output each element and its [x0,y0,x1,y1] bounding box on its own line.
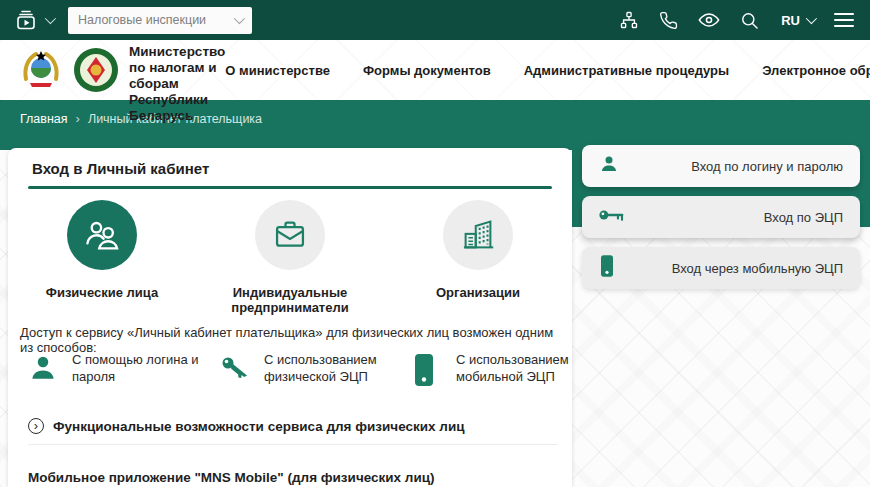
method-login-password: С помощью логина и пароля [28,351,218,391]
state-emblem [18,47,64,93]
phone-icon[interactable] [659,11,678,30]
tab-entrepreneurs[interactable]: Индивидуальные предприниматели [196,200,384,315]
login-digital-signature-button[interactable]: Вход по ЭЦП [582,196,860,238]
tab-organizations[interactable]: Организации [384,200,572,315]
inspections-dropdown-label: Налоговые инспекции [78,13,234,27]
tab-label: Организации [436,285,520,300]
chevron-down-icon [234,13,245,24]
login-mobile-signature-button[interactable]: Вход через мобильную ЭЦП [582,247,860,289]
login-button-label: Вход по логину и паролю [691,159,843,174]
page-title: Вход в Личный кабинет [32,160,209,177]
mobile-icon [599,254,615,282]
login-card: Вход в Личный кабинет Физические лица [8,148,572,487]
search-icon[interactable] [740,11,759,30]
video-archive-icon [14,8,38,32]
nav-admin-procedures[interactable]: Административные процедуры [524,63,729,78]
key-icon [220,351,264,391]
key-icon [599,207,625,227]
page: Налоговые инспекции [0,0,870,487]
person-icon [599,154,619,178]
tab-label: Физические лица [46,285,158,300]
language-label: RU [781,13,800,28]
login-button-label: Вход через мобильную ЭЦП [672,261,843,276]
method-label: С использованием физической ЭЦП [264,351,410,391]
ministry-name-line2: Республики Беларусь [129,92,225,124]
site-header: Официальный сайт Министерство по налогам… [0,40,870,100]
nav-about-ministry[interactable]: О министерстве [225,63,330,78]
payer-type-tabs: Физические лица Индивидуальные предприни… [8,200,572,315]
menu-icon[interactable] [834,9,854,31]
access-methods: С помощью логина и пароля С использовани… [28,351,602,391]
divider [28,444,558,445]
method-mobile-signature: С использованием мобильной ЭЦП [412,351,602,391]
person-icon [28,351,72,391]
features-title: Функциональные возможности сервиса для ф… [53,419,465,434]
video-archive-menu[interactable] [14,8,53,32]
chevron-down-icon [45,13,56,24]
mobile-app-title: Мобильное приложение "MNS Mobile" (для ф… [28,470,435,485]
login-password-button[interactable]: Вход по логину и паролю [582,145,860,187]
breadcrumb-home-link[interactable]: Главная [20,112,68,126]
mobile-icon [412,351,456,391]
features-expander[interactable]: › Функциональные возможности сервиса для… [28,418,465,434]
briefcase-icon [255,200,325,270]
tab-individuals[interactable]: Физические лица [8,200,196,315]
chevron-down-icon [806,13,817,24]
chevron-right-circle-icon: › [28,418,44,434]
sitemap-icon[interactable] [619,10,639,30]
main-nav: О министерстве Формы документов Админист… [225,63,870,78]
breadcrumb-separator: › [76,111,80,126]
tab-label: Индивидуальные предприниматели [210,285,370,315]
nav-document-forms[interactable]: Формы документов [363,63,491,78]
method-label: С использованием мобильной ЭЦП [456,351,602,391]
inspections-dropdown[interactable]: Налоговые инспекции [68,7,252,34]
ministry-name-line1: Министерство по налогам и сборам [129,44,225,92]
method-physical-signature: С использованием физической ЭЦП [220,351,410,391]
topbar: Налоговые инспекции [0,0,870,40]
method-label: С помощью логина и пароля [72,351,218,391]
ministry-emblem [73,47,119,93]
login-button-label: Вход по ЭЦП [764,210,843,225]
people-icon [67,200,137,270]
language-switcher[interactable]: RU [781,13,814,28]
nav-electronic-appeal[interactable]: Электронное обращение [762,63,870,78]
eye-icon[interactable] [698,9,720,31]
title-underline [28,186,552,189]
building-icon [443,200,513,270]
